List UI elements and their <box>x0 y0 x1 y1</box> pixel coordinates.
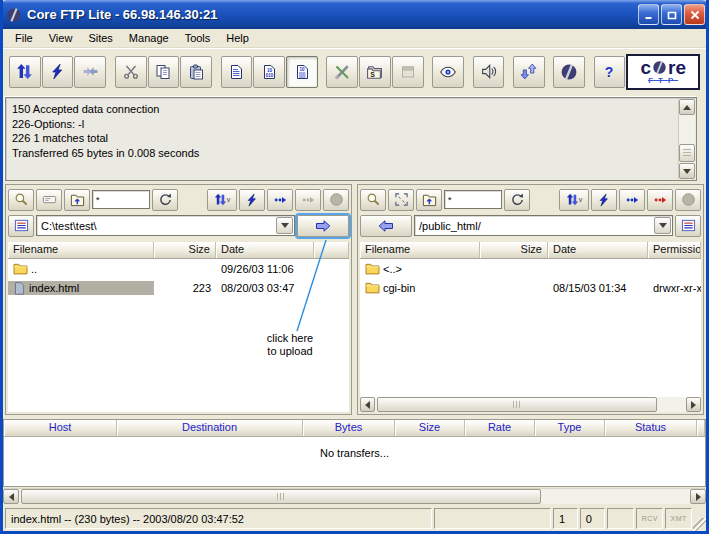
column-host[interactable]: Host <box>4 420 117 436</box>
scroll-right-button[interactable] <box>686 397 701 412</box>
maximize-button[interactable] <box>661 4 682 25</box>
copy-button[interactable] <box>148 56 180 88</box>
local-search-button[interactable] <box>8 189 34 211</box>
column-bytes[interactable]: Bytes <box>303 420 395 436</box>
sound-button[interactable] <box>473 56 505 88</box>
menu-sites[interactable]: Sites <box>80 30 120 46</box>
close-button[interactable] <box>684 4 705 25</box>
window-title: Core FTP Lite - 66.98.146.30:21 <box>27 7 638 22</box>
log-lines: 150 Accepted data connection 226-Options… <box>12 102 674 160</box>
scrollbar-thumb[interactable] <box>377 397 657 412</box>
download-button[interactable] <box>360 215 412 237</box>
local-tree-button[interactable] <box>8 215 34 237</box>
scroll-down-button[interactable] <box>679 163 695 179</box>
scrollbar-thumb[interactable] <box>679 144 695 162</box>
options-button[interactable] <box>326 56 358 88</box>
remote-view-button[interactable] <box>619 189 645 211</box>
combo-dropdown-button[interactable] <box>654 217 671 234</box>
column-size[interactable]: Size <box>154 242 216 258</box>
scroll-up-button[interactable] <box>679 99 695 115</box>
help-button[interactable] <box>594 56 626 88</box>
column-size[interactable]: Size <box>480 242 548 258</box>
scroll-left-button[interactable] <box>360 397 375 412</box>
local-path-combo[interactable]: C:\test\test\ <box>36 215 295 236</box>
menu-help[interactable]: Help <box>218 30 257 46</box>
binary-mode-button[interactable] <box>253 56 285 88</box>
minimize-button[interactable] <box>638 4 659 25</box>
column-rate[interactable]: Rate <box>465 420 535 436</box>
local-refresh-button[interactable] <box>152 189 178 211</box>
column-filename[interactable]: Filename <box>360 242 480 258</box>
file-date: 08/15/03 01:34 <box>548 282 648 294</box>
right-arrow-icon <box>691 401 696 409</box>
column-destination[interactable]: Destination <box>117 420 303 436</box>
status-rcv-indicator: RCV <box>636 508 663 529</box>
combo-dropdown-button[interactable] <box>276 217 293 234</box>
log-panel: 150 Accepted data connection 226-Options… <box>5 97 697 181</box>
local-transfer-mode-button[interactable]: v <box>207 189 237 211</box>
html-file-icon <box>13 281 26 295</box>
column-permissions[interactable]: Permissions <box>648 242 701 258</box>
remote-disconnect-button[interactable] <box>647 189 673 211</box>
remote-refresh-button[interactable] <box>504 189 530 211</box>
file-row[interactable]: cgi-bin 08/15/03 01:34 drwxr-xr-x <box>360 278 701 297</box>
column-type[interactable]: Type <box>535 420 605 436</box>
menu-tools[interactable]: Tools <box>177 30 219 46</box>
quick-connect-button[interactable] <box>42 56 74 88</box>
column-date[interactable]: Date <box>548 242 648 258</box>
local-rename-button[interactable] <box>36 189 62 211</box>
ascii-mode-button[interactable] <box>221 56 253 88</box>
remote-path-combo[interactable]: /public_html/ <box>414 215 673 236</box>
scroll-left-button[interactable] <box>3 489 19 504</box>
menu-file[interactable]: File <box>7 30 41 46</box>
remote-expand-button[interactable] <box>388 189 414 211</box>
remote-quick-connect-button[interactable] <box>591 189 617 211</box>
log-scrollbar[interactable] <box>678 99 695 179</box>
gray-dots-icon <box>301 193 315 207</box>
upload-button[interactable] <box>297 215 349 237</box>
connect-button[interactable] <box>9 56 41 88</box>
cut-button[interactable] <box>115 56 147 88</box>
file-row-parent[interactable]: <..> <box>360 259 701 278</box>
status-queue-count: 1 <box>553 508 578 529</box>
about-button[interactable] <box>553 56 585 88</box>
updown-arrows-icon <box>214 193 227 206</box>
local-quick-connect-button[interactable] <box>239 189 265 211</box>
transfer-manager-button[interactable] <box>513 56 545 88</box>
bottom-scrollbar[interactable] <box>3 488 706 504</box>
paste-icon <box>188 64 204 80</box>
eye-icon <box>439 63 457 81</box>
remote-file-list[interactable]: <..> cgi-bin 08/15/03 01:34 drwxr-xr-x <box>360 259 701 397</box>
auto-mode-button[interactable] <box>286 56 318 88</box>
view-button[interactable] <box>432 56 464 88</box>
local-folder-up-button[interactable] <box>64 189 90 211</box>
title-bar[interactable]: Core FTP Lite - 66.98.146.30:21 <box>0 0 709 29</box>
menu-view[interactable]: View <box>41 30 81 46</box>
column-status[interactable]: Status <box>605 420 697 436</box>
scrollbar-thumb[interactable] <box>21 489 541 504</box>
remote-pane-scrollbar[interactable] <box>360 397 701 412</box>
file-row-parent[interactable]: .. 09/26/03 11:06 <box>8 259 349 278</box>
column-size[interactable]: Size <box>395 420 465 436</box>
remote-folder-up-button[interactable] <box>416 189 442 211</box>
menu-manage[interactable]: Manage <box>121 30 177 46</box>
remote-tree-button[interactable] <box>675 215 701 237</box>
remote-search-button[interactable] <box>360 189 386 211</box>
file-date: 09/26/03 11:06 <box>216 263 314 275</box>
scroll-right-button[interactable] <box>690 489 706 504</box>
local-filter-input[interactable] <box>92 190 150 209</box>
local-view-button[interactable] <box>267 189 293 211</box>
left-arrow-icon <box>365 401 370 409</box>
paste-button[interactable] <box>180 56 212 88</box>
remote-filter-input[interactable] <box>444 190 502 209</box>
site-manager-button[interactable] <box>359 56 391 88</box>
file-row-selected[interactable]: index.html 223 08/20/03 03:47 <box>8 278 349 297</box>
local-path-value: C:\test\test\ <box>37 220 275 232</box>
column-filename[interactable]: Filename <box>8 242 154 258</box>
column-date[interactable]: Date <box>216 242 314 258</box>
tree-view-icon <box>14 218 29 233</box>
folder-icon <box>13 262 28 275</box>
annotation-line-2: to upload <box>255 345 325 358</box>
resize-grip[interactable] <box>693 518 706 531</box>
remote-transfer-mode-button[interactable]: v <box>559 189 589 211</box>
